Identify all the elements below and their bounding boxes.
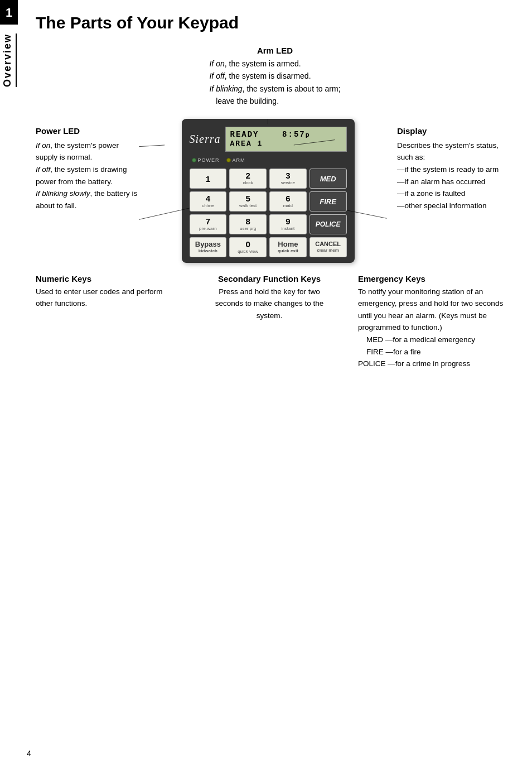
arm-led-label: ARM <box>233 157 245 163</box>
screen-line1: READY 8:57p <box>230 129 342 140</box>
key-fire[interactable]: FIRE <box>309 191 347 212</box>
key-police[interactable]: POLICE <box>309 214 347 234</box>
display-title: Display <box>397 124 514 137</box>
screen-line2: AREA 1 <box>230 140 342 149</box>
arm-led-title: Arm LED <box>209 46 340 55</box>
section-label: Overview <box>2 33 17 87</box>
key-3[interactable]: 3 service <box>269 169 307 189</box>
svg-line-1 <box>139 145 165 150</box>
display-annotation: Display Describes the system's status, s… <box>397 119 514 212</box>
key-6[interactable]: 6 maid <box>269 191 307 212</box>
key-cancel[interactable]: CANCEL clear mem <box>309 237 347 257</box>
key-1[interactable]: 1 <box>190 169 227 189</box>
numeric-keys-annotation: Numeric Keys Used to enter user codes an… <box>36 274 181 370</box>
emergency-keys-annotation: Emergency Keys To notify your monitoring… <box>358 274 514 370</box>
arm-led-indicator: ARM <box>226 157 245 163</box>
power-led-annotation: Power LED If on, the system's power supp… <box>36 119 139 212</box>
key-2[interactable]: 2 clock <box>229 169 267 189</box>
numeric-keys-title: Numeric Keys <box>36 274 181 283</box>
arm-led-annotation: Arm LED If on, the system is armed. If o… <box>36 46 514 112</box>
key-7[interactable]: 7 pre-warn <box>190 214 227 234</box>
display-body: Describes the system's status, such as: … <box>397 140 514 212</box>
secondary-keys-annotation: Secondary Function Keys Press and hold t… <box>181 274 358 370</box>
power-led-label: POWER <box>198 157 220 163</box>
secondary-keys-body: Press and hold the key for two seconds t… <box>214 286 325 322</box>
key-9[interactable]: 9 instant <box>269 214 307 234</box>
power-led-indicator <box>192 158 196 162</box>
page-title: The Parts of Your Keypad <box>36 13 514 32</box>
middle-section: Power LED If on, the system's power supp… <box>36 119 514 263</box>
power-led: POWER <box>192 157 220 163</box>
keypad-brand: Sierra <box>190 133 221 146</box>
key-5[interactable]: 5 walk test <box>229 191 267 212</box>
secondary-keys-title: Secondary Function Keys <box>214 274 325 283</box>
arm-led-body: If on, the system is armed. If off, the … <box>209 57 340 108</box>
keypad-screen: READY 8:57p AREA 1 <box>225 127 347 152</box>
key-home[interactable]: Home quick exit <box>269 237 307 257</box>
keypad-display-row: Sierra READY 8:57p AREA 1 <box>190 127 347 152</box>
main-content: The Parts of Your Keypad Arm LED If on, … <box>27 0 532 392</box>
keypad: Sierra READY 8:57p AREA 1 POWER ARM <box>182 119 355 263</box>
side-tab: 1 Overview <box>0 0 18 769</box>
section-number: 1 <box>0 0 18 25</box>
emergency-keys-body: To notify your monitoring station of an … <box>358 286 514 370</box>
numeric-keys-body: Used to enter user codes and perform oth… <box>36 286 181 310</box>
power-led-title: Power LED <box>36 124 139 137</box>
key-bypass[interactable]: Bypass kidwatch <box>190 237 227 257</box>
bottom-section: Numeric Keys Used to enter user codes an… <box>36 274 514 370</box>
keypad-led-row: POWER ARM <box>190 157 347 163</box>
key-8[interactable]: 8 user prg <box>229 214 267 234</box>
page-number: 4 <box>27 749 31 758</box>
emergency-keys-title: Emergency Keys <box>358 274 514 283</box>
keys-grid: 1 2 clock 3 service MED 4 <box>190 169 347 257</box>
power-led-body: If on, the system's power supply is norm… <box>36 140 139 212</box>
keypad-wrapper: Sierra READY 8:57p AREA 1 POWER ARM <box>139 119 397 263</box>
key-med[interactable]: MED <box>309 169 347 189</box>
key-4[interactable]: 4 chime <box>190 191 227 212</box>
arm-led-dot <box>226 158 231 162</box>
key-0[interactable]: 0 quick view <box>229 237 267 257</box>
